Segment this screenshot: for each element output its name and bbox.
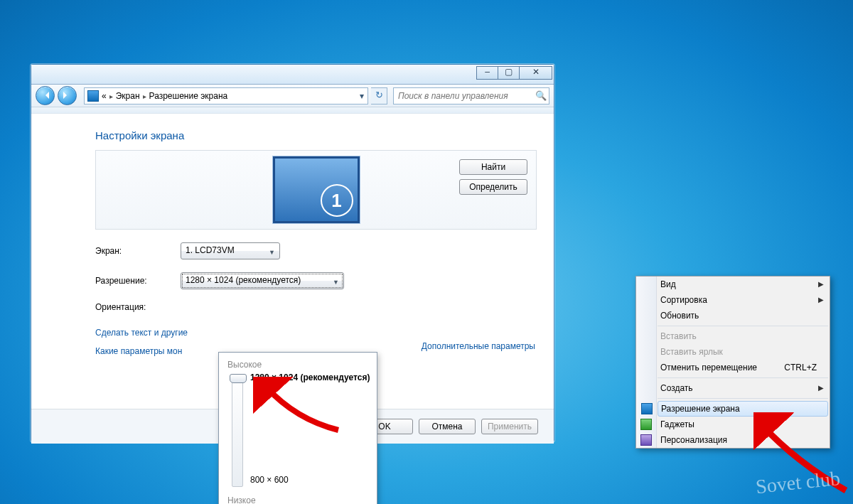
desktop-context-menu: Вид▶ Сортировка▶ Обновить Вставить Встав… — [635, 276, 830, 449]
submenu-arrow-icon: ▶ — [818, 292, 824, 308]
resolution-dropdown[interactable]: 1280 × 1024 (рекомендуется) — [181, 272, 344, 289]
ctx-paste-shortcut: Вставить ярлык — [636, 344, 830, 360]
personalize-icon — [640, 434, 652, 446]
breadcrumb-pre[interactable]: « — [102, 91, 107, 101]
text-size-link[interactable]: Сделать текст и другие — [95, 328, 188, 338]
ctx-paste: Вставить — [636, 328, 830, 344]
cancel-button[interactable]: Отмена — [419, 419, 476, 434]
slider-caption-high: Высокое — [227, 360, 368, 370]
close-button[interactable]: ✕ — [519, 66, 552, 80]
address-history-dropdown[interactable]: ▾ — [356, 91, 368, 101]
ctx-personalize[interactable]: Персонализация — [636, 432, 830, 448]
toolbar-stripe — [31, 107, 554, 114]
address-bar[interactable]: « Экран Разрешение экрана ▾ — [84, 87, 368, 104]
breadcrumb-resolution[interactable]: Разрешение экрана — [149, 91, 228, 101]
submenu-arrow-icon: ▶ — [818, 277, 824, 292]
ctx-undo-accel: CTRL+Z — [784, 360, 817, 375]
detect-button[interactable]: Найти — [459, 159, 527, 175]
context-menu-separator — [658, 377, 828, 378]
refresh-button[interactable]: ↻ — [371, 87, 387, 104]
breadcrumb-separator-icon — [109, 91, 113, 101]
monitor-thumbnail-1[interactable]: 1 — [273, 156, 360, 223]
navigation-bar: « Экран Разрешение экрана ▾ ↻ 🔍 — [31, 85, 554, 107]
search-icon[interactable]: 🔍 — [533, 88, 549, 104]
ctx-view[interactable]: Вид▶ — [636, 277, 830, 292]
context-menu-separator — [658, 398, 828, 399]
resolution-label: Разрешение: — [95, 276, 181, 286]
ctx-gadgets[interactable]: Гаджеты — [636, 417, 830, 432]
window-titlebar[interactable]: – ▢ ✕ — [31, 65, 554, 85]
monitor-icon — [641, 403, 653, 414]
orientation-label: Ориентация: — [95, 302, 181, 312]
monitor-arrangement-box[interactable]: 1 Найти Определить — [95, 150, 537, 230]
watermark: Sovet club — [755, 467, 842, 498]
ctx-refresh[interactable]: Обновить — [636, 308, 830, 323]
control-panel-icon — [87, 90, 99, 102]
resolution-slider-thumb[interactable] — [230, 374, 247, 383]
monitor-number-badge: 1 — [321, 184, 353, 217]
minimize-button[interactable]: – — [476, 66, 498, 80]
nav-forward-button[interactable] — [58, 86, 77, 105]
ctx-sort[interactable]: Сортировка▶ — [636, 292, 830, 308]
resolution-slider-flyout: Высокое 1280 × 1024 (рекомендуется) 800 … — [218, 352, 377, 504]
slider-caption-low: Низкое — [227, 495, 256, 504]
breadcrumb-separator-icon — [143, 91, 146, 101]
maximize-button[interactable]: ▢ — [498, 66, 520, 80]
slider-tick-bottom: 800 × 600 — [250, 475, 289, 485]
context-menu-separator — [658, 326, 828, 326]
identify-button[interactable]: Определить — [459, 179, 527, 195]
apply-button[interactable]: Применить — [481, 419, 538, 434]
which-monitor-link[interactable]: Какие параметры мон — [95, 346, 182, 356]
ctx-create[interactable]: Создать▶ — [636, 380, 830, 396]
submenu-arrow-icon: ▶ — [818, 380, 824, 396]
ctx-undo-move[interactable]: Отменить перемещениеCTRL+Z — [636, 360, 830, 375]
advanced-settings-link[interactable]: Дополнительные параметры — [422, 341, 535, 351]
breadcrumb-screen[interactable]: Экран — [116, 91, 140, 101]
slider-tick-top: 1280 × 1024 (рекомендуется) — [250, 372, 370, 382]
nav-back-button[interactable] — [36, 86, 55, 105]
resolution-slider-track[interactable] — [232, 375, 243, 487]
screen-dropdown[interactable]: 1. LCD73VM — [181, 242, 280, 259]
search-input[interactable] — [394, 91, 533, 101]
search-box[interactable]: 🔍 — [393, 87, 549, 104]
screen-label: Экран: — [95, 246, 181, 256]
ctx-screen-resolution[interactable]: Разрешение экрана — [658, 401, 828, 417]
page-title: Настройки экрана — [95, 129, 537, 141]
gadgets-icon — [640, 419, 652, 430]
